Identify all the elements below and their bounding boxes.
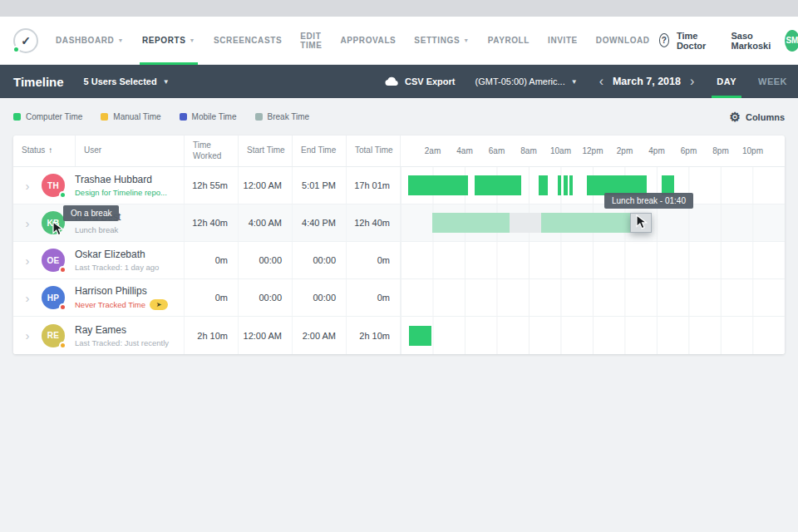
hour-label: 4am bbox=[456, 145, 472, 156]
prev-day-button[interactable]: ‹ bbox=[599, 75, 603, 88]
timeline-bar-computer[interactable] bbox=[475, 175, 522, 195]
user-cell[interactable]: Oskar Elizebath Last Tracked: 1 day ago bbox=[75, 242, 184, 278]
timeline-cell[interactable] bbox=[400, 242, 785, 278]
nav-item-edit-time[interactable]: EDIT TIME bbox=[291, 17, 331, 64]
current-date: March 7, 2018 bbox=[613, 76, 681, 87]
avatar[interactable]: RE bbox=[42, 324, 65, 347]
end-time-cell: 2:00 AM bbox=[292, 317, 346, 354]
gear-icon: ⚙ bbox=[729, 111, 740, 123]
timeline-bar-computer[interactable] bbox=[539, 175, 549, 195]
nav-item-approvals[interactable]: APPROVALS bbox=[331, 17, 405, 64]
status-cell: TH bbox=[42, 167, 75, 204]
report-header: Timeline 5 Users Selected ▼ CSV Export (… bbox=[0, 65, 798, 98]
status-dot bbox=[59, 191, 66, 199]
nav-item-settings[interactable]: SETTINGS▼ bbox=[405, 17, 478, 64]
legend-label: Manual Time bbox=[113, 112, 160, 121]
legend-items: Computer TimeManual TimeMobile TimeBreak… bbox=[13, 112, 328, 121]
table-row[interactable]: › OE Oskar Elizebath Last Tracked: 1 day… bbox=[13, 242, 785, 279]
avatar[interactable]: OE bbox=[42, 249, 65, 272]
timeline-bar-computer[interactable] bbox=[408, 175, 468, 195]
legend-item-mobile-time: Mobile Time bbox=[180, 112, 237, 121]
chevron-down-icon: ▼ bbox=[163, 78, 170, 86]
end-time-cell: 5:01 PM bbox=[292, 167, 346, 204]
nav-item-label: SCREENCASTS bbox=[214, 36, 282, 45]
user-name: Trashae Hubbard bbox=[75, 174, 152, 185]
user-cell[interactable]: Ray Eames Last Tracked: Just recently bbox=[75, 317, 184, 354]
legend-label: Mobile Time bbox=[192, 112, 237, 121]
help-icon[interactable]: ? bbox=[659, 33, 669, 47]
expand-row-button[interactable]: › bbox=[13, 242, 42, 278]
header-status-label: Status bbox=[22, 145, 45, 156]
timeline-cell[interactable] bbox=[400, 167, 785, 204]
timeline-bar-computer[interactable] bbox=[564, 175, 568, 195]
hour-label: 12pm bbox=[582, 145, 603, 156]
timeline-bar-break_light[interactable] bbox=[541, 213, 630, 233]
timeline-bar-break_gray[interactable] bbox=[510, 213, 541, 233]
hour-label: 2am bbox=[425, 145, 441, 156]
table-row[interactable]: › RE Ray Eames Last Tracked: Just recent… bbox=[13, 317, 785, 354]
legend-label: Break Time bbox=[268, 112, 310, 121]
timeline-cell[interactable] bbox=[400, 279, 785, 316]
header-total-time[interactable]: Total Time bbox=[346, 135, 400, 166]
timeline-table: Status ↑ User Time Worked Start Time End… bbox=[13, 135, 785, 354]
total-time-cell: 17h 01m bbox=[346, 167, 400, 204]
nav-item-download[interactable]: DOWNLOAD bbox=[587, 17, 659, 64]
chevron-down-icon: ▼ bbox=[571, 78, 578, 86]
chevron-down-icon: ▼ bbox=[189, 37, 195, 43]
csv-export-button[interactable]: CSV Export bbox=[385, 76, 456, 86]
send-reminder-icon[interactable]: ➤ bbox=[150, 299, 168, 310]
nav-item-dashboard[interactable]: DASHBOARD▼ bbox=[47, 17, 133, 64]
user-subtext: Design for Timeline repo... bbox=[75, 188, 167, 197]
tab-week[interactable]: WEEK bbox=[747, 65, 798, 98]
columns-label: Columns bbox=[746, 112, 785, 122]
user-subtext: Never Tracked Time ➤ bbox=[75, 299, 168, 310]
cursor-icon bbox=[52, 221, 64, 241]
user-avatar[interactable]: SM bbox=[785, 30, 798, 52]
columns-button[interactable]: ⚙ Columns bbox=[729, 111, 785, 123]
avatar[interactable]: TH bbox=[42, 174, 65, 197]
timeline-bar-computer[interactable] bbox=[558, 175, 562, 195]
expand-row-button[interactable]: › bbox=[13, 279, 42, 316]
header-user-label: User bbox=[84, 145, 101, 156]
nav-item-invite[interactable]: INVITE bbox=[539, 17, 587, 64]
timezone-label: (GMT-05:00) Americ... bbox=[475, 76, 565, 86]
timedoctor-logo[interactable]: ✓ bbox=[13, 28, 38, 53]
nav-item-payroll[interactable]: PAYROLL bbox=[479, 17, 539, 64]
header-start-time[interactable]: Start Time bbox=[238, 135, 292, 166]
user-cell[interactable]: Trashae Hubbard Design for Timeline repo… bbox=[75, 167, 184, 204]
table-row[interactable]: › HP Harrison Phillips Never Tracked Tim… bbox=[13, 279, 785, 317]
nav-item-reports[interactable]: REPORTS▼ bbox=[133, 17, 204, 64]
cursor-icon bbox=[636, 214, 648, 234]
timeline-bar-break_light[interactable] bbox=[432, 213, 509, 233]
user-subtext: Last Tracked: 1 day ago bbox=[75, 263, 159, 272]
timeline-bar-computer[interactable] bbox=[409, 326, 431, 346]
next-day-button[interactable]: › bbox=[690, 75, 694, 88]
total-time-cell: 2h 10m bbox=[346, 317, 400, 354]
nav-item-screencasts[interactable]: SCREENCASTS bbox=[204, 17, 291, 64]
brand-name: Time Doctor bbox=[677, 31, 713, 51]
timeline-bar-computer[interactable] bbox=[569, 175, 573, 195]
header-end-time[interactable]: End Time bbox=[292, 135, 346, 166]
tab-day[interactable]: DAY bbox=[706, 65, 747, 98]
timeline-cell[interactable] bbox=[400, 204, 785, 241]
expand-row-button[interactable]: › bbox=[13, 167, 42, 204]
current-user-name[interactable]: Saso Markoski bbox=[732, 31, 776, 51]
expand-row-button[interactable]: › bbox=[13, 204, 42, 241]
end-time-cell: 00:00 bbox=[292, 279, 346, 316]
nav-items: DASHBOARD▼REPORTS▼SCREENCASTSEDIT TIMEAP… bbox=[47, 17, 659, 64]
users-selected-dropdown[interactable]: 5 Users Selected ▼ bbox=[84, 76, 170, 86]
total-time-cell: 12h 40m bbox=[346, 204, 400, 241]
timeline-cell[interactable] bbox=[400, 317, 785, 354]
start-time-cell: 00:00 bbox=[238, 242, 292, 278]
header-status[interactable]: Status ↑ bbox=[13, 135, 75, 166]
user-cell[interactable]: Harrison Phillips Never Tracked Time ➤ bbox=[75, 279, 184, 316]
timezone-dropdown[interactable]: (GMT-05:00) Americ... ▼ bbox=[475, 76, 578, 86]
avatar[interactable]: HP bbox=[42, 286, 65, 309]
table-row[interactable]: › KB Keira Best Lunch break 12h 40m 4:00… bbox=[13, 204, 785, 242]
header-time-worked[interactable]: Time Worked bbox=[184, 135, 238, 166]
end-time-cell: 00:00 bbox=[292, 242, 346, 278]
legend-swatch bbox=[13, 113, 21, 121]
users-selected-label: 5 Users Selected bbox=[84, 76, 157, 86]
expand-row-button[interactable]: › bbox=[13, 317, 42, 354]
header-user[interactable]: User bbox=[75, 135, 184, 166]
